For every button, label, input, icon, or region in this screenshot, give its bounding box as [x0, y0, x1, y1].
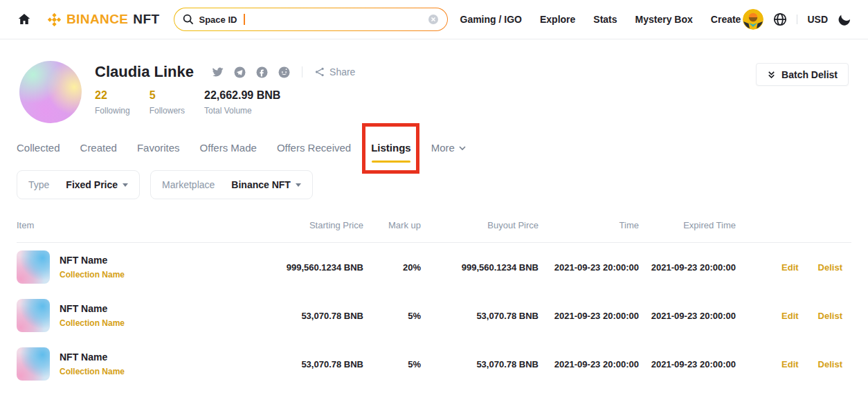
nft-item-link[interactable]: NFT Name Collection Name	[17, 250, 232, 284]
language-globe-button[interactable]	[773, 12, 787, 26]
listings-table: Item Starting Price Mark up Buyout Pirce…	[0, 220, 868, 388]
clear-search-button[interactable]	[428, 14, 439, 25]
nav-link-explore[interactable]: Explore	[540, 14, 575, 25]
tab-offers-received[interactable]: Offers Received	[277, 142, 351, 163]
globe-icon	[773, 12, 787, 26]
search-icon	[183, 14, 194, 25]
profile-info: Claudia Linke Share	[95, 61, 355, 123]
nft-collection-link[interactable]: Collection Name	[60, 367, 125, 376]
tab-listings[interactable]: Listings	[371, 142, 411, 163]
avatar-graphic	[743, 9, 763, 30]
caret-down-icon	[123, 183, 128, 187]
stat-followers[interactable]: 5 Followers	[150, 89, 185, 116]
facebook-link[interactable]	[256, 66, 268, 78]
binance-nft-logo[interactable]: BINANCE NFT	[47, 12, 160, 27]
theme-toggle-button[interactable]	[838, 12, 851, 26]
starting-price-value: 999,560.1234 BNB	[232, 262, 363, 273]
filters-bar: Type Fixed Price Marketplace Binance NFT	[0, 170, 868, 199]
tab-more[interactable]: More	[431, 142, 466, 163]
table-row: NFT Name Collection Name 53,070.78 BNB 5…	[17, 291, 851, 340]
user-avatar[interactable]	[743, 9, 763, 30]
followers-label: Followers	[150, 106, 185, 116]
buyout-price-value: 999,560.1234 BNB	[421, 262, 539, 273]
table-header-row: Item Starting Price Mark up Buyout Pirce…	[17, 220, 851, 243]
edit-button[interactable]: Edit	[781, 262, 799, 273]
active-tab-underline	[372, 161, 410, 163]
top-navigation-bar: BINANCE NFT Space ID Gaming / IGO Explor…	[0, 0, 868, 39]
home-button[interactable]	[17, 12, 32, 27]
search-input[interactable]: Space ID	[174, 8, 448, 31]
nft-collection-link[interactable]: Collection Name	[60, 318, 125, 328]
stat-total-volume: 22,662.99 BNB Total Volume	[204, 89, 280, 116]
nft-name: NFT Name	[60, 351, 125, 363]
time-value: 2021-09-23 20:00:00	[539, 359, 639, 369]
profile-avatar[interactable]	[19, 61, 82, 123]
edit-button[interactable]: Edit	[781, 311, 799, 321]
starting-price-value: 53,070.78 BNB	[232, 359, 363, 369]
nav-link-gaming-igo[interactable]: Gaming / IGO	[460, 14, 522, 25]
type-filter-dropdown[interactable]: Type Fixed Price	[17, 170, 140, 199]
expired-time-value: 2021-09-23 20:00:00	[639, 359, 736, 369]
currency-selector[interactable]: USD	[807, 14, 828, 25]
share-label: Share	[329, 66, 355, 77]
nav-link-mystery-box[interactable]: Mystery Box	[635, 14, 693, 25]
profile-stats: 22 Following 5 Followers 22,662.99 BNB T…	[95, 89, 355, 116]
clear-icon	[428, 14, 439, 25]
profile-header: Claudia Linke Share	[0, 39, 868, 123]
header-starting-price: Starting Price	[232, 220, 363, 230]
nft-collection-link[interactable]: Collection Name	[60, 270, 125, 280]
type-filter-value: Fixed Price	[66, 179, 118, 190]
marketplace-filter-label: Marketplace	[162, 179, 215, 190]
telegram-link[interactable]	[234, 66, 246, 78]
telegram-icon	[234, 66, 246, 78]
social-divider	[302, 66, 302, 77]
search-value: Space ID	[199, 15, 237, 25]
share-icon	[314, 66, 325, 78]
facebook-icon	[256, 66, 268, 78]
followers-count: 5	[150, 89, 185, 102]
header-time: Time	[539, 220, 639, 230]
tab-created[interactable]: Created	[80, 142, 117, 163]
time-value: 2021-09-23 20:00:00	[539, 262, 639, 273]
nav-right-group: USD	[743, 9, 851, 30]
nav-link-stats[interactable]: Stats	[593, 14, 617, 25]
share-button[interactable]: Share	[314, 66, 355, 78]
mark-up-value: 5%	[363, 311, 421, 321]
moon-icon	[838, 12, 851, 26]
batch-delist-label: Batch Delist	[781, 69, 838, 80]
stat-following[interactable]: 22 Following	[95, 89, 130, 116]
starting-price-value: 53,070.78 BNB	[232, 311, 363, 321]
type-filter-label: Type	[28, 179, 49, 190]
reddit-link[interactable]	[278, 66, 290, 78]
nav-divider	[797, 15, 797, 24]
delist-button[interactable]: Delist	[818, 359, 842, 369]
brand-name: BINANCE	[66, 12, 128, 27]
nav-link-create[interactable]: Create	[711, 14, 741, 25]
profile-tabs: Collected Created Favorites Offers Made …	[0, 142, 868, 163]
brand-suffix: NFT	[133, 12, 159, 27]
expired-time-value: 2021-09-23 20:00:00	[639, 311, 736, 321]
total-volume-value: 22,662.99 BNB	[204, 89, 280, 102]
tab-listings-label: Listings	[371, 142, 411, 154]
buyout-price-value: 53,070.78 BNB	[421, 359, 539, 369]
twitter-link[interactable]	[212, 67, 224, 77]
nft-thumbnail[interactable]	[17, 347, 50, 381]
delist-button[interactable]: Delist	[818, 262, 842, 273]
tab-favorites[interactable]: Favorites	[137, 142, 180, 163]
nft-thumbnail[interactable]	[17, 250, 50, 284]
expired-time-value: 2021-09-23 20:00:00	[639, 262, 736, 273]
edit-button[interactable]: Edit	[781, 359, 799, 369]
nft-item-link[interactable]: NFT Name Collection Name	[17, 299, 232, 332]
binance-diamond-icon	[47, 12, 62, 27]
text-cursor	[244, 14, 245, 25]
nft-item-link[interactable]: NFT Name Collection Name	[17, 347, 232, 381]
marketplace-filter-dropdown[interactable]: Marketplace Binance NFT	[150, 170, 313, 199]
batch-delist-button[interactable]: Batch Delist	[756, 63, 849, 86]
mark-up-value: 5%	[363, 359, 421, 369]
twitter-icon	[212, 67, 224, 77]
tab-collected[interactable]: Collected	[17, 142, 60, 163]
delist-button[interactable]: Delist	[818, 311, 842, 321]
nft-thumbnail[interactable]	[17, 299, 50, 332]
home-icon	[17, 12, 32, 27]
tab-offers-made[interactable]: Offers Made	[200, 142, 257, 163]
